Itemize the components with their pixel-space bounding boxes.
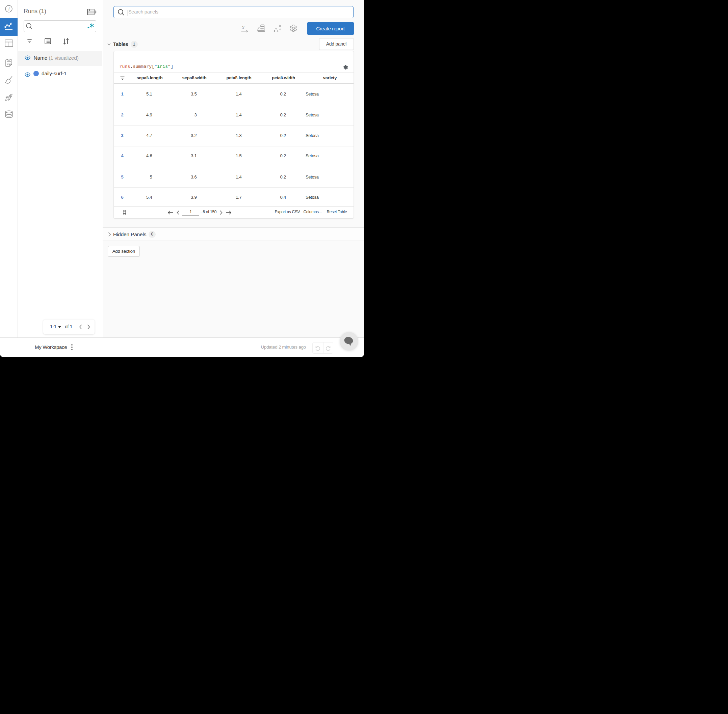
svg-text:i: i: [8, 6, 9, 12]
svg-text:x: x: [242, 25, 244, 30]
